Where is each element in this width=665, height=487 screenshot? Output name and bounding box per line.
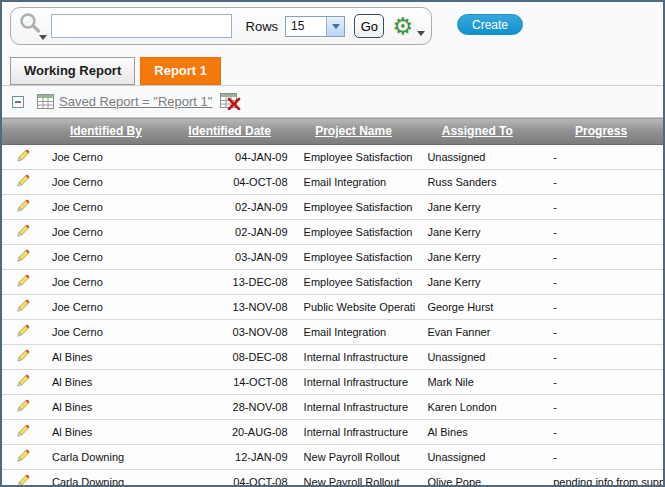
pencil-icon <box>15 348 31 364</box>
edit-row-button[interactable] <box>15 298 31 314</box>
edit-row-button[interactable] <box>15 148 31 164</box>
edit-row-button[interactable] <box>15 448 31 464</box>
rows-label: Rows <box>246 19 279 34</box>
cell-2: Email Integration <box>292 170 416 195</box>
edit-cell <box>2 195 44 220</box>
header-identified-by[interactable]: Identified By <box>44 118 168 145</box>
table-row: Joe Cerno13-NOV-08Public Website Operati… <box>2 295 663 320</box>
cell-2: Employee Satisfaction Survey <box>292 270 416 295</box>
tab-working-report[interactable]: Working Report <box>10 57 135 85</box>
edit-cell <box>2 220 44 245</box>
edit-row-button[interactable] <box>15 398 31 414</box>
edit-row-button[interactable] <box>15 423 31 439</box>
table-row: Joe Cerno02-JAN-09Employee Satisfaction … <box>2 195 663 220</box>
header-project-name[interactable]: Project Name <box>292 118 416 145</box>
cell-4: - <box>539 145 663 170</box>
create-button[interactable]: Create <box>457 14 523 35</box>
table-row: Joe Cerno03-NOV-08Email IntegrationEvan … <box>2 320 663 345</box>
cell-0: Carla Downing <box>44 445 168 470</box>
cell-0: Al Bines <box>44 345 168 370</box>
pencil-icon <box>15 248 31 264</box>
edit-row-button[interactable] <box>15 198 31 214</box>
header-edit <box>2 118 44 145</box>
cell-0: Joe Cerno <box>44 295 168 320</box>
chevron-down-icon <box>332 24 340 29</box>
table-row: Al Bines20-AUG-08Internal Infrastructure… <box>2 420 663 445</box>
cell-0: Al Bines <box>44 420 168 445</box>
search-toolbar: Rows 15 Go ⚙ Create <box>2 2 663 50</box>
edit-row-button[interactable] <box>15 273 31 289</box>
pencil-icon <box>15 373 31 389</box>
cell-2: New Payroll Rollout <box>292 470 416 487</box>
cell-0: Al Bines <box>44 370 168 395</box>
edit-row-button[interactable] <box>15 223 31 239</box>
gear-icon: ⚙ <box>392 13 413 39</box>
actions-menu-button[interactable]: ⚙ <box>392 15 425 38</box>
pencil-icon <box>15 323 31 339</box>
cell-1: 14-OCT-08 <box>168 370 292 395</box>
go-button[interactable]: Go <box>354 14 384 38</box>
cell-2: Public Website Operational <box>292 295 416 320</box>
report-tabs: Working Report Report 1 <box>2 50 663 86</box>
saved-report-link[interactable]: Saved Report = "Report 1" <box>59 94 212 109</box>
header-assigned-to[interactable]: Assigned To <box>415 118 539 145</box>
pencil-icon <box>15 298 31 314</box>
pencil-icon <box>15 148 31 164</box>
cell-1: 28-NOV-08 <box>168 395 292 420</box>
table-row: Carla Downing04-OCT-08New Payroll Rollou… <box>2 470 663 487</box>
header-identified-date[interactable]: Identified Date <box>168 118 292 145</box>
edit-row-button[interactable] <box>15 348 31 364</box>
cell-1: 02-JAN-09 <box>168 220 292 245</box>
table-row: Al Bines08-DEC-08Internal Infrastructure… <box>2 345 663 370</box>
table-row: Al Bines14-OCT-08Internal Infrastructure… <box>2 370 663 395</box>
edit-row-button[interactable] <box>15 373 31 389</box>
edit-cell <box>2 170 44 195</box>
cell-3: Al Bines <box>415 420 539 445</box>
cell-1: 03-NOV-08 <box>168 320 292 345</box>
cell-3: Jane Kerry <box>415 220 539 245</box>
cell-2: Internal Infrastructure <box>292 345 416 370</box>
rows-select[interactable]: 15 <box>285 16 345 37</box>
cell-1: 08-DEC-08 <box>168 345 292 370</box>
cell-3: Olive Pope <box>415 470 539 487</box>
edit-cell <box>2 145 44 170</box>
table-row: Al Bines28-NOV-08Internal Infrastructure… <box>2 395 663 420</box>
cell-4: - <box>539 445 663 470</box>
cell-0: Joe Cerno <box>44 270 168 295</box>
table-row: Joe Cerno02-JAN-09Employee Satisfaction … <box>2 220 663 245</box>
pencil-icon <box>15 423 31 439</box>
search-input[interactable] <box>51 14 232 38</box>
edit-row-button[interactable] <box>15 473 31 487</box>
cell-3: George Hurst <box>415 295 539 320</box>
header-progress[interactable]: Progress <box>539 118 663 145</box>
cell-4: - <box>539 395 663 420</box>
cell-1: 12-JAN-09 <box>168 445 292 470</box>
cell-0: Carla Downing <box>44 470 168 487</box>
edit-row-button[interactable] <box>15 323 31 339</box>
pencil-icon <box>15 398 31 414</box>
search-column-menu-button[interactable] <box>17 11 43 41</box>
cell-2: Employee Satisfaction Survey <box>292 145 416 170</box>
cell-0: Joe Cerno <box>44 220 168 245</box>
collapse-minus-icon[interactable] <box>12 96 24 108</box>
cell-2: Internal Infrastructure <box>292 420 416 445</box>
edit-row-button[interactable] <box>15 173 31 189</box>
cell-4: - <box>539 170 663 195</box>
tab-report-1[interactable]: Report 1 <box>140 57 221 85</box>
rows-select-arrow-button[interactable] <box>326 17 344 36</box>
cell-4: - <box>539 245 663 270</box>
edit-cell <box>2 370 44 395</box>
cell-1: 04-OCT-08 <box>168 170 292 195</box>
pencil-icon <box>15 198 31 214</box>
edit-cell <box>2 345 44 370</box>
edit-row-button[interactable] <box>15 248 31 264</box>
cell-4: - <box>539 295 663 320</box>
edit-cell <box>2 245 44 270</box>
delete-report-icon[interactable] <box>220 93 241 110</box>
cell-2: Internal Infrastructure <box>292 370 416 395</box>
cell-3: Karen London <box>415 395 539 420</box>
interactive-report-page: Rows 15 Go ⚙ Create Working Report Repor… <box>0 0 665 487</box>
table-row: Carla Downing12-JAN-09New Payroll Rollou… <box>2 445 663 470</box>
pencil-icon <box>15 448 31 464</box>
table-row: Joe Cerno04-OCT-08Email IntegrationRuss … <box>2 170 663 195</box>
